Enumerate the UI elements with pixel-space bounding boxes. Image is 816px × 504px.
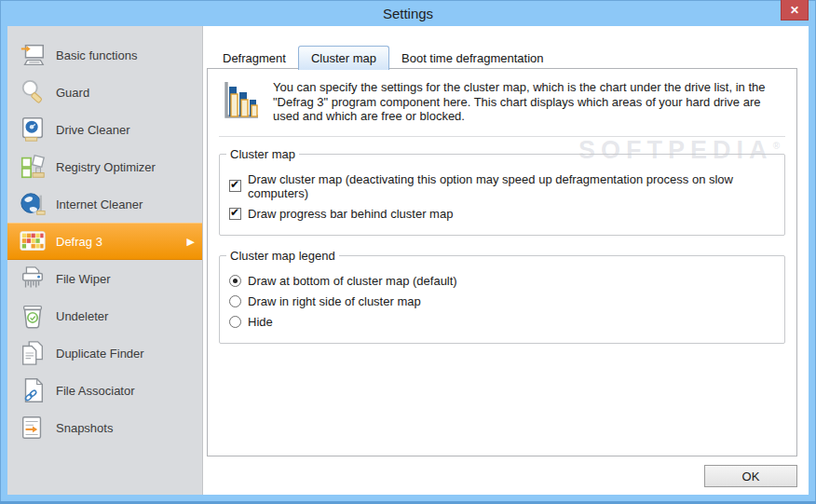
sidebar-item-file-associator[interactable]: File Associator: [7, 372, 202, 409]
shredder-icon: [19, 265, 47, 293]
sidebar-item-duplicate-finder[interactable]: Duplicate Finder: [7, 334, 202, 372]
dialog-body: Basic functions Guard: [7, 26, 809, 495]
checkbox-box[interactable]: ✔: [229, 208, 241, 220]
radio-draw-at-bottom[interactable]: Draw at bottom of cluster map (default): [229, 274, 775, 288]
sidebar-item-label: Snapshots: [56, 421, 113, 435]
check-icon: ✔: [230, 206, 239, 219]
link-document-icon: [19, 376, 47, 404]
sidebar-item-label: File Wiper: [56, 272, 111, 286]
radio-draw-right-side[interactable]: Draw in right side of cluster map: [229, 294, 775, 308]
tab-boot-time-defragmentation[interactable]: Boot time defragmentation: [389, 48, 555, 70]
computer-icon: [19, 41, 47, 69]
sidebar-item-label: File Associator: [56, 384, 135, 398]
check-icon: ✔: [230, 178, 239, 191]
cluster-map-icon: [19, 227, 47, 255]
checkbox-label: Draw cluster map (deactivating this opti…: [248, 172, 775, 200]
radio-button[interactable]: [229, 275, 241, 287]
close-button[interactable]: ✕: [781, 0, 809, 20]
radio-label: Draw in right side of cluster map: [248, 294, 421, 308]
sidebar-item-label: Guard: [56, 86, 89, 100]
checkbox-label: Draw progress bar behind cluster map: [248, 207, 453, 221]
tab-defragment[interactable]: Defragment: [211, 48, 298, 70]
sidebar-item-basic-functions[interactable]: Basic functions: [7, 36, 202, 74]
tab-label: Defragment: [223, 51, 286, 65]
snapshot-document-icon: [19, 414, 47, 442]
bar-chart-icon: [221, 80, 260, 124]
sidebar-item-registry-optimizer[interactable]: Registry Optimizer: [7, 148, 202, 185]
window-title: Settings: [383, 6, 433, 21]
sidebar-item-internet-cleaner[interactable]: Internet Cleaner: [7, 185, 202, 223]
magnifier-icon: [19, 78, 47, 106]
registry-icon: [19, 153, 47, 181]
groupbox-title: Cluster map: [226, 147, 299, 161]
tab-label: Cluster map: [311, 51, 376, 65]
close-icon: ✕: [790, 4, 799, 17]
sidebar-item-guard[interactable]: Guard: [7, 74, 202, 111]
duplicate-documents-icon: [19, 339, 47, 367]
globe-icon: [19, 190, 47, 218]
sidebar-item-label: Undeleter: [56, 309, 108, 323]
groupbox-cluster-map: Cluster map ✔ Draw cluster map (deactiva…: [219, 154, 785, 236]
radio-label: Draw at bottom of cluster map (default): [248, 274, 457, 288]
tab-content-cluster-map: SOFTPEDIA® You can specify: [207, 68, 797, 456]
radio-label: Hide: [248, 315, 273, 329]
sidebar-item-label: Drive Cleaner: [56, 123, 129, 137]
radio-button[interactable]: [229, 316, 241, 328]
chevron-right-icon: ▶: [187, 236, 195, 248]
sidebar-item-undeleter[interactable]: Undeleter: [7, 297, 202, 334]
tab-label: Boot time defragmentation: [401, 51, 543, 65]
sidebar: Basic functions Guard: [7, 26, 203, 495]
radio-button[interactable]: [229, 295, 241, 307]
sidebar-item-drive-cleaner[interactable]: Drive Cleaner: [7, 111, 202, 148]
groupbox-cluster-map-legend: Cluster map legend Draw at bottom of clu…: [219, 255, 785, 344]
ok-button[interactable]: OK: [704, 465, 797, 487]
sidebar-item-file-wiper[interactable]: File Wiper: [7, 260, 202, 297]
trash-restore-icon: [19, 302, 47, 330]
hard-drive-icon: [19, 116, 47, 143]
sidebar-item-label: Duplicate Finder: [56, 347, 144, 361]
checkbox-draw-cluster-map[interactable]: ✔ Draw cluster map (deactivating this op…: [229, 172, 775, 200]
tab-cluster-map[interactable]: Cluster map: [298, 46, 389, 70]
radio-hide[interactable]: Hide: [229, 315, 775, 329]
sidebar-item-label: Internet Cleaner: [56, 198, 143, 211]
sidebar-item-snapshots[interactable]: Snapshots: [7, 409, 202, 446]
settings-window: Settings ✕ Basic functions: [0, 0, 816, 504]
groupbox-title: Cluster map legend: [226, 249, 339, 263]
description-text: You can specify the settings for the clu…: [273, 80, 783, 124]
checkbox-draw-progress-bar[interactable]: ✔ Draw progress bar behind cluster map: [229, 207, 775, 221]
sidebar-item-label: Defrag 3: [56, 235, 102, 249]
checkbox-box[interactable]: ✔: [229, 180, 241, 192]
sidebar-item-label: Basic functions: [56, 48, 137, 62]
tab-strip: Defragment Cluster map Boot time defragm…: [211, 46, 555, 70]
sidebar-item-label: Registry Optimizer: [56, 160, 156, 174]
main-panel: Defragment Cluster map Boot time defragm…: [203, 26, 809, 495]
titlebar[interactable]: Settings ✕: [0, 0, 816, 26]
sidebar-item-defrag-3[interactable]: Defrag 3 ▶: [7, 223, 202, 260]
description-section: You can specify the settings for the clu…: [219, 78, 785, 137]
